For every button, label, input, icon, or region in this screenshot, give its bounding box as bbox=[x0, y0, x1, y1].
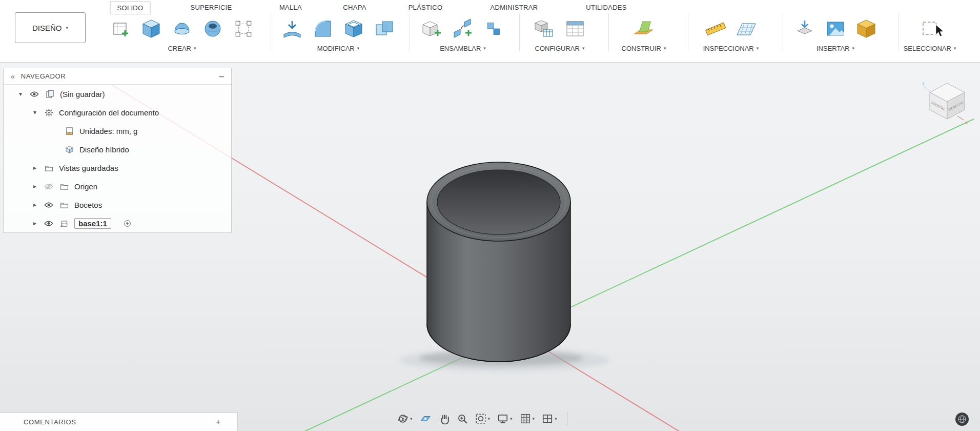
document-name: (Sin guardar) bbox=[60, 90, 105, 99]
visibility-eye-icon[interactable] bbox=[44, 202, 54, 208]
chevron-right-icon[interactable]: ▸ bbox=[31, 164, 38, 171]
ribbon-separator bbox=[519, 13, 520, 51]
visibility-eye-icon[interactable] bbox=[44, 220, 54, 227]
document-icon bbox=[45, 90, 55, 99]
tab-solido[interactable]: SOLIDO bbox=[110, 2, 151, 14]
group-inspeccionar: INSPECCIONAR ▾ bbox=[703, 13, 759, 52]
fillet-button[interactable] bbox=[310, 14, 336, 43]
group-inspeccionar-dropdown[interactable]: INSPECCIONAR ▾ bbox=[703, 45, 759, 52]
visibility-eye-icon[interactable] bbox=[29, 91, 39, 97]
canvas-button[interactable] bbox=[823, 14, 848, 43]
ribbon-separator bbox=[271, 13, 271, 51]
new-component-button[interactable] bbox=[419, 14, 445, 43]
rigid-group-button[interactable] bbox=[481, 14, 506, 43]
group-configurar-dropdown[interactable]: CONFIGURAR ▾ bbox=[535, 45, 585, 52]
group-crear: CREAR ▾ bbox=[108, 13, 256, 52]
create-sketch-icon bbox=[109, 17, 132, 40]
analysis-button[interactable] bbox=[733, 14, 759, 43]
configure-button[interactable] bbox=[532, 14, 557, 43]
press-pull-button[interactable] bbox=[279, 14, 305, 43]
hybrid-design-icon bbox=[64, 145, 74, 154]
navigator-row-units[interactable]: Unidades: mm, g bbox=[4, 122, 231, 140]
view-cube[interactable]: FRONTAL DERECHA bbox=[930, 83, 965, 119]
tab-utilidades[interactable]: UTILIDADES bbox=[579, 2, 634, 13]
fit-view-button[interactable]: ▾ bbox=[474, 412, 492, 426]
viewports-button[interactable]: ▾ bbox=[540, 412, 559, 426]
grid-snap-button[interactable]: ▾ bbox=[518, 412, 537, 426]
group-insertar-label: INSERTAR bbox=[816, 45, 850, 52]
doc-settings-label: Configuración del documento bbox=[59, 108, 159, 117]
tab-malla[interactable]: MALLA bbox=[273, 2, 309, 13]
navigator-header: « NAVEGADOR – bbox=[4, 68, 231, 85]
chevron-down-icon: ▾ bbox=[357, 46, 360, 51]
zoom-button[interactable] bbox=[455, 412, 469, 426]
ribbon-toolbar: DISEÑO ▾ SOLIDO SUPERFICIE MALLA CHAPA P… bbox=[0, 0, 980, 63]
visibility-eye-off-icon[interactable] bbox=[44, 183, 54, 190]
group-modificar-dropdown[interactable]: MODIFICAR ▾ bbox=[317, 45, 359, 52]
component-icon bbox=[59, 219, 69, 228]
pattern-button[interactable] bbox=[231, 14, 256, 43]
construct-plane-button[interactable] bbox=[631, 14, 657, 43]
look-at-button[interactable] bbox=[418, 412, 433, 426]
group-ensamblar-dropdown[interactable]: ENSAMBLAR ▾ bbox=[440, 45, 486, 52]
group-crear-dropdown[interactable]: CREAR ▾ bbox=[168, 45, 196, 52]
revolve-button[interactable] bbox=[169, 14, 195, 43]
chevron-right-icon[interactable]: ▸ bbox=[31, 201, 38, 208]
analysis-icon bbox=[735, 17, 758, 40]
design-menu-button[interactable]: DISEÑO ▾ bbox=[15, 12, 86, 43]
chevron-down-icon[interactable]: ▾ bbox=[31, 109, 38, 116]
chevron-right-icon[interactable]: ▸ bbox=[31, 183, 38, 190]
minimize-panel-button[interactable]: – bbox=[219, 72, 224, 81]
sweep-button[interactable] bbox=[200, 14, 226, 43]
body-cylinder[interactable] bbox=[427, 162, 570, 362]
navigator-row-origin[interactable]: ▸ Origen bbox=[4, 177, 231, 195]
viewports-icon bbox=[542, 413, 553, 424]
chevron-right-icon[interactable]: ▸ bbox=[31, 220, 38, 227]
navigator-row-component-base1[interactable]: ▸ base1:1 bbox=[4, 214, 231, 232]
add-comment-button[interactable]: + bbox=[215, 417, 221, 428]
component-name[interactable]: base1:1 bbox=[74, 218, 111, 229]
activate-component-radio[interactable] bbox=[122, 220, 133, 227]
navigator-row-doc-settings[interactable]: ▾ Configuración del documento bbox=[4, 103, 231, 122]
group-seleccionar-dropdown[interactable]: SELECCIONAR ▾ bbox=[904, 45, 956, 52]
shell-button[interactable] bbox=[341, 14, 366, 43]
chevron-down-icon: ▾ bbox=[664, 46, 666, 51]
orbit-button[interactable]: ▾ bbox=[396, 412, 414, 426]
navigator-row-sketches[interactable]: ▸ Bocetos bbox=[4, 195, 231, 214]
group-modificar-label: MODIFICAR bbox=[317, 45, 355, 52]
tab-superficie[interactable]: SUPERFICIE bbox=[183, 2, 238, 13]
comments-bar[interactable]: COMENTARIOS + bbox=[0, 413, 238, 431]
joint-button[interactable] bbox=[450, 14, 476, 43]
tab-plastico[interactable]: PLÁSTICO bbox=[402, 2, 450, 13]
joint-icon bbox=[452, 17, 474, 40]
display-settings-button[interactable]: ▾ bbox=[496, 412, 514, 426]
navigator-row-document[interactable]: ▾ (Sin guardar) bbox=[4, 85, 231, 103]
group-ensamblar: ENSAMBLAR ▾ bbox=[419, 13, 506, 52]
chevron-down-icon[interactable]: ▾ bbox=[17, 90, 24, 97]
insert-mcmaster-button[interactable] bbox=[853, 14, 879, 43]
measure-button[interactable] bbox=[703, 14, 728, 43]
revolve-icon bbox=[171, 17, 193, 40]
fillet-icon bbox=[312, 17, 334, 40]
configuration-table-button[interactable] bbox=[562, 14, 588, 43]
sketches-label: Bocetos bbox=[74, 201, 102, 209]
extrude-button[interactable] bbox=[138, 14, 164, 43]
collapse-panel-button[interactable]: « bbox=[11, 72, 15, 81]
group-construir-dropdown[interactable]: CONSTRUIR ▾ bbox=[622, 45, 666, 52]
navigator-row-saved-views[interactable]: ▸ Vistas guardadas bbox=[4, 159, 231, 177]
web-globe-button[interactable] bbox=[954, 412, 970, 429]
pan-button[interactable] bbox=[437, 412, 451, 426]
chevron-down-icon: ▾ bbox=[66, 26, 68, 30]
pattern-icon bbox=[234, 19, 253, 38]
tab-chapa[interactable]: CHAPA bbox=[336, 2, 373, 13]
insert-derive-button[interactable] bbox=[792, 14, 818, 43]
create-sketch-button[interactable] bbox=[108, 14, 133, 43]
combine-button[interactable] bbox=[372, 14, 397, 43]
units-label: Unidades: mm, g bbox=[79, 127, 137, 135]
tab-administrar[interactable]: ADMINISTRAR bbox=[484, 2, 545, 13]
group-seleccionar-label: SELECCIONAR bbox=[904, 45, 951, 52]
navigator-row-hybrid[interactable]: Diseño híbrido bbox=[4, 140, 231, 159]
saved-views-label: Vistas guardadas bbox=[59, 164, 118, 172]
group-insertar-dropdown[interactable]: INSERTAR ▾ bbox=[816, 45, 854, 52]
extrude-icon bbox=[140, 17, 162, 40]
